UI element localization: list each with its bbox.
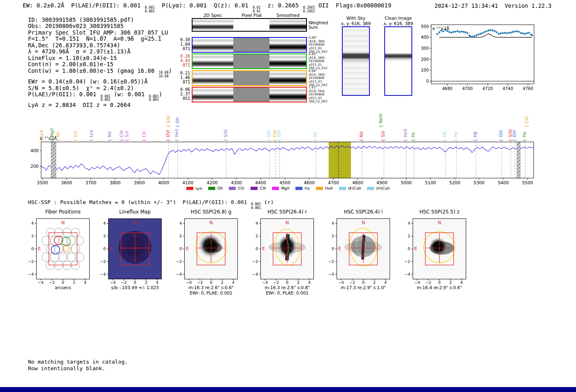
spec-2d-strip [193, 38, 233, 52]
x-tick-label: −4 [186, 280, 192, 285]
amp-row-right-labels: 0.82"(616, 389)20190806v023_01306_LU_042 [309, 53, 327, 70]
x-tick-label: 0 [436, 280, 443, 285]
legend-label: OII [217, 186, 223, 190]
amp-row-left-line: 051 [161, 97, 190, 101]
flux-data-point [467, 32, 469, 34]
compass-east-label: E [38, 246, 41, 251]
y-tick-label: 0 [426, 79, 429, 84]
y-tick-label: 4 [403, 221, 410, 225]
flux-data-point [528, 32, 530, 34]
text-segment: ID: 3003991585 (3003991585.pdf) [28, 16, 134, 23]
flux-data-point [520, 32, 522, 34]
with-sky-title: With Sky [346, 16, 365, 21]
legend-item: MgII [272, 186, 289, 190]
elixer-report-page: EW: 0.2±0.2Å P(LAE)/P(OII): 0.001 0.0010… [0, 0, 576, 392]
legend-item: Hγ [295, 186, 310, 190]
legend-swatch [295, 187, 302, 190]
y-tick-label: 2 [403, 234, 410, 238]
masked-region-band [517, 142, 520, 178]
flux-data-point [510, 32, 512, 34]
x-tick-label: 5100 [425, 180, 436, 185]
info-line: F=1.5" T=0.151 N=1.07 A=0.96 g=25.1 [28, 36, 172, 42]
flux-unit-label: e⁻¹⁷×2Å [432, 26, 449, 31]
amp-row-left-line: 1.84 [161, 42, 190, 47]
amp-row-right-labels: 0.69"(616, 389)20190806v023_02306_LU_042 [309, 36, 327, 54]
detection-summary-block: ID: 3003991585 (3003991585.pdf)Obs: 2019… [28, 17, 172, 109]
x-tick-label: 4600 [304, 180, 315, 185]
flux-data-point [518, 31, 520, 33]
cutout-hsc-g: NE [184, 218, 238, 279]
legend-label: CIV [238, 186, 244, 190]
info-line: λ = 4720.96Å σ = 2.97(±1.13)Å [28, 49, 172, 55]
flux-data-point [502, 32, 504, 34]
y-tick-label: −2 [174, 259, 182, 264]
flux-data-point [498, 33, 500, 35]
legend-swatch [251, 187, 258, 190]
smoothed-strip [269, 54, 306, 68]
cutout-caption: EWr: 0, PLAE: 0.001 [266, 290, 309, 295]
stacked-fraction: 0.0010.001 [100, 95, 110, 102]
compass-east-label: E [186, 246, 189, 251]
y-tick-label: −4 [403, 272, 410, 276]
column-header-smoothed: Smoothed [276, 13, 300, 18]
cutout-title: Fiber Positions [45, 209, 81, 215]
amp-row-right-labels: 1.61"(618, 564)20190806v023_03306_LU_062 [309, 86, 327, 104]
amp-row-left-labels: 0.301.84071 [161, 38, 190, 51]
report-version: Version 1.22.3 [505, 2, 552, 9]
y-tick-label: 0 [327, 246, 334, 251]
spectral-line-label: { CIII [525, 116, 529, 128]
legend-item: (H)CaII [367, 186, 390, 190]
with-sky-coords: x, y: 616, 389 [341, 21, 371, 26]
flux-data-point [516, 30, 518, 32]
flux-data-point [508, 32, 510, 34]
compass-north-label: N [286, 220, 289, 225]
smoothed-strip [269, 19, 306, 31]
text-segment: RA,Dec (26.837393,0.757434) [28, 42, 120, 49]
flux-data-point [512, 31, 514, 33]
flux-data-point [482, 32, 484, 34]
flux-data-point [494, 30, 496, 32]
x-tick-label: 3500 [37, 180, 48, 185]
flux-data-point [462, 31, 465, 33]
y-tick-label: 500 [421, 24, 429, 29]
legend-swatch [229, 187, 236, 190]
clean-image-coords: x, y: 616, 389 [383, 21, 413, 26]
report-datetime: 2024-12-27 13:34:41 [434, 2, 498, 9]
text-segment: Primary Spec_Slot_IFU_AMP: 306_037_057_L… [28, 29, 168, 36]
legend-swatch [208, 187, 215, 190]
report-header-meta: 2024-12-27 13:34:41 Version 1.22.3 [434, 2, 552, 9]
compass-east-label: E [262, 246, 265, 251]
spectral-line-label: { NeIII [379, 114, 383, 128]
flux-data-point [514, 31, 516, 33]
amp-row-left-labels: 0.211.46071 [161, 71, 190, 84]
spec-2d-strip [193, 54, 233, 68]
legend-label: HeII [325, 186, 333, 190]
flux-data-point [453, 31, 455, 33]
x-tick-label: −4 [414, 280, 420, 285]
legend-label: MgII [281, 186, 289, 190]
gaussian-fit-line [439, 34, 532, 37]
compass-east-label: E [110, 246, 113, 251]
info-line: RA,Dec (26.837393,0.757434) [28, 42, 172, 49]
x-tick-label: −2 [121, 280, 127, 285]
text-segment: Obs: 20190806v023_3003991585 [28, 23, 124, 29]
cutout-caption: m:17.3 re:2.9" s:1.0" [341, 285, 386, 290]
y-tick-label: 400 [421, 35, 429, 39]
amp-row-2d-strip-box [192, 37, 307, 53]
y-tick-label: −4 [98, 272, 106, 276]
flux-data-point [488, 30, 490, 32]
cutout-title: HSC SSP(25.5) z [419, 209, 460, 215]
flux-data-point [460, 31, 462, 33]
legend-swatch [186, 187, 193, 190]
x-tick-label: 4700 [328, 180, 339, 185]
x-tick-label: −2 [349, 280, 355, 285]
y-tick-label: −4 [251, 272, 258, 276]
y-tick-label: 100 [421, 68, 429, 72]
x-tick-label: 4800 [352, 180, 363, 185]
amp-row-right-labels: 0.94"(616, 389)20190806v023_03306_LU_042 [309, 70, 327, 87]
flux-data-point [500, 32, 502, 35]
amp-row-left-line: 4.43 [161, 59, 190, 63]
x-tick-label: 4500 [279, 180, 290, 185]
legend-label: Hγ [304, 186, 310, 190]
smoothed-strip [269, 88, 306, 102]
